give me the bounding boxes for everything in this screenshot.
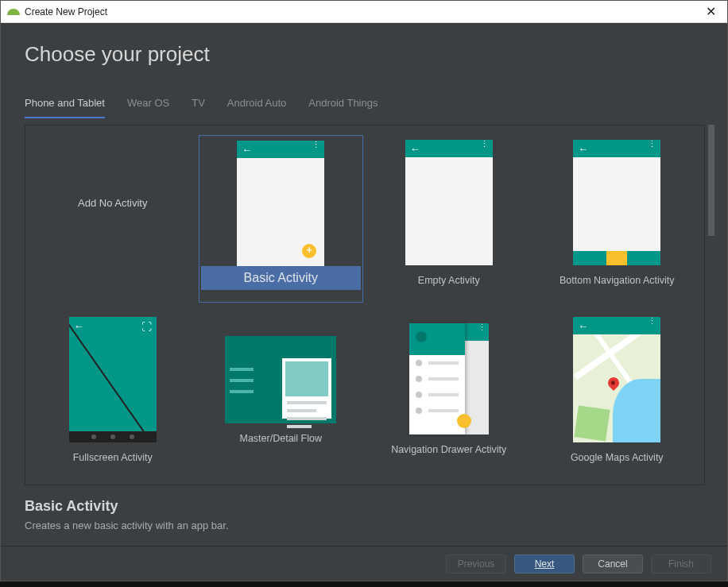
- template-thumb: [225, 336, 336, 423]
- template-empty-activity[interactable]: ← ⋮ Empty Activity: [366, 135, 532, 303]
- template-add-no-activity[interactable]: Add No Activity: [30, 135, 196, 303]
- template-thumb: ⋮: [409, 323, 489, 434]
- template-thumb: ← ⛶: [69, 317, 157, 442]
- close-icon[interactable]: ✕: [701, 4, 721, 19]
- fab-icon: [457, 414, 471, 428]
- tab-android-auto[interactable]: Android Auto: [227, 97, 286, 118]
- overflow-icon: ⋮: [648, 142, 656, 146]
- template-master-detail[interactable]: Master/Detail Flow: [199, 312, 364, 475]
- appbar-preview: ← ⋮: [237, 141, 324, 158]
- template-thumb: ← ⋮: [405, 140, 493, 265]
- finish-button: Finish: [651, 554, 711, 573]
- window-title: Create New Project: [25, 6, 107, 17]
- back-arrow-icon: ←: [410, 143, 420, 155]
- dialog-window: Create New Project ✕ Choose your project…: [0, 0, 728, 581]
- page-title: Choose your project: [25, 42, 703, 67]
- description-title: Basic Activity: [25, 498, 703, 515]
- template-basic-activity[interactable]: ← ⋮ Basic Activity: [199, 135, 364, 303]
- tab-wear-os[interactable]: Wear OS: [127, 97, 169, 118]
- tab-android-things[interactable]: Android Things: [308, 97, 378, 118]
- next-button[interactable]: Next: [514, 554, 575, 573]
- tab-phone-tablet[interactable]: Phone and Tablet: [25, 97, 105, 118]
- template-thumb: ← ⋮: [237, 141, 324, 266]
- title-bar: Create New Project ✕: [1, 1, 727, 23]
- back-arrow-icon: ←: [578, 320, 588, 332]
- tab-bar: Phone and Tablet Wear OS TV Android Auto…: [1, 97, 727, 118]
- overflow-icon: ⋮: [478, 326, 486, 330]
- system-nav-preview: [69, 431, 157, 442]
- map-pin-icon: [608, 377, 619, 388]
- template-label: Master/Detail Flow: [240, 433, 323, 444]
- template-google-maps[interactable]: ← ⋮ Google Maps Activity: [535, 312, 700, 475]
- expand-icon: ⛶: [141, 321, 152, 333]
- diagonal-line: [69, 317, 157, 431]
- description-panel: Basic Activity Creates a new basic activ…: [1, 485, 727, 546]
- overflow-icon: ⋮: [648, 319, 656, 323]
- scrollbar[interactable]: [707, 125, 716, 485]
- template-label: Empty Activity: [418, 275, 480, 286]
- overflow-icon: ⋮: [480, 142, 489, 146]
- template-label: Basic Activity: [201, 266, 362, 290]
- bottom-nav-preview: [573, 251, 660, 265]
- template-bottom-navigation[interactable]: ← ⋮ Bottom Navigation Activity: [535, 135, 700, 303]
- map-preview: [573, 334, 660, 442]
- bottom-nav-selected: [606, 251, 627, 265]
- template-label: Navigation Drawer Activity: [391, 444, 506, 455]
- back-arrow-icon: ←: [74, 320, 84, 332]
- template-label: Bottom Navigation Activity: [560, 275, 675, 286]
- android-icon: [7, 7, 20, 17]
- templates-grid: Add No Activity ← ⋮ Basic Activity: [30, 135, 699, 475]
- previous-button: Previous: [446, 554, 506, 573]
- overflow-icon: ⋮: [312, 143, 320, 147]
- appbar-preview: ← ⋮: [573, 140, 660, 157]
- template-label: Fullscreen Activity: [73, 452, 153, 463]
- drawer-panel: [409, 323, 465, 434]
- cancel-button[interactable]: Cancel: [583, 554, 643, 573]
- template-label: Google Maps Activity: [571, 452, 664, 463]
- template-thumb: ← ⋮: [573, 140, 660, 265]
- template-thumb: Add No Activity: [69, 140, 157, 265]
- no-activity-label: Add No Activity: [78, 197, 147, 209]
- appbar-preview: ← ⋮: [405, 140, 493, 157]
- back-arrow-icon: ←: [578, 143, 588, 155]
- button-bar: Previous Next Cancel Finish: [1, 546, 727, 581]
- back-arrow-icon: ←: [242, 144, 252, 156]
- template-navigation-drawer[interactable]: ⋮: [366, 312, 532, 475]
- appbar-preview: ← ⋮: [573, 317, 660, 334]
- description-text: Creates a new basic activity with an app…: [25, 519, 703, 531]
- fab-icon: [302, 244, 316, 258]
- masterdetail-preview: [225, 336, 336, 423]
- content-panel: Choose your project Phone and Tablet Wea…: [1, 23, 727, 581]
- template-fullscreen-activity[interactable]: ← ⛶ Fullscreen Activity: [30, 312, 196, 475]
- header: Choose your project: [1, 23, 727, 75]
- templates-area: Add No Activity ← ⋮ Basic Activity: [25, 125, 716, 485]
- avatar-icon: [416, 331, 427, 342]
- tab-tv[interactable]: TV: [192, 97, 205, 118]
- templates-scroll: Add No Activity ← ⋮ Basic Activity: [25, 125, 705, 485]
- scrollbar-thumb[interactable]: [708, 125, 714, 236]
- template-thumb: ← ⋮: [573, 317, 660, 442]
